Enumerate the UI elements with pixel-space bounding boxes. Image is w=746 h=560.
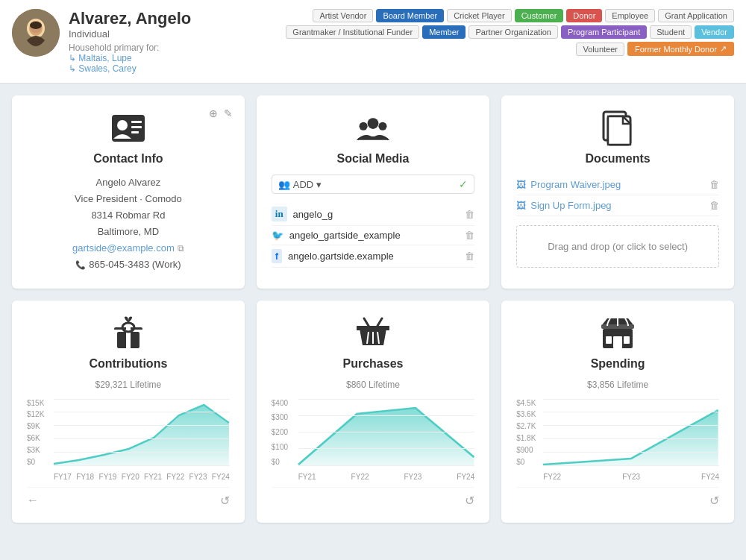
contributions-x-labels: FY17FY18FY19FY20FY21FY22FY23FY24 [54, 473, 230, 481]
tag-cricket-player[interactable]: Cricket Player [447, 9, 511, 22]
copy-icon[interactable]: ⧉ [178, 243, 184, 254]
person-type: Individual [69, 28, 277, 40]
household-member-2[interactable]: Swales, Carey [69, 63, 277, 74]
social-input-field[interactable] [327, 179, 453, 190]
tag-volunteer[interactable]: Volunteer [576, 43, 624, 56]
tag-student[interactable]: Student [650, 25, 692, 39]
household-label: Household primary for: [69, 43, 277, 53]
drop-zone[interactable]: Drag and drop (or click to select) [516, 225, 719, 268]
purchases-chart: $400 $300 $200 $100 $0 [272, 399, 474, 481]
svg-point-6 [117, 120, 128, 130]
spending-footer: ↺ [516, 487, 719, 508]
spending-chart-body [543, 399, 719, 466]
purchases-chart-body [298, 399, 474, 466]
chart-grid-lines-spending [543, 399, 719, 466]
header-section: Alvarez, Angelo Individual Household pri… [0, 0, 746, 84]
y-label: $200 [272, 428, 288, 436]
purchases-refresh-button[interactable]: ↺ [465, 494, 474, 508]
tag-donor[interactable]: Donor [566, 9, 602, 22]
social-card-title: Social Media [337, 152, 410, 166]
tag-partner-org[interactable]: Partner Organization [468, 25, 558, 39]
doc-item-1-left: 🖼 Program Waiver.jpeg [516, 179, 621, 190]
social-item-facebook-left: f angelo.gartside.example [272, 249, 394, 263]
chart-grid-lines-purchases [298, 399, 474, 466]
delete-facebook-button[interactable]: 🗑 [465, 251, 474, 262]
document-item-1: 🖼 Program Waiver.jpeg 🗑 [516, 174, 719, 195]
tag-vendor[interactable]: Vendor [695, 25, 734, 39]
contributions-chart-body [54, 399, 230, 466]
household-member-1[interactable]: Maltais, Lupe [69, 53, 277, 63]
tag-member[interactable]: Member [422, 25, 466, 39]
svg-rect-7 [131, 121, 142, 123]
documents-card: Documents 🖼 Program Waiver.jpeg 🗑 🖼 Sign… [501, 95, 734, 289]
social-item-facebook: f angelo.gartside.example 🗑 [272, 245, 474, 268]
svg-rect-20 [357, 326, 389, 330]
spending-title: Spending [591, 357, 645, 371]
doc-name-2[interactable]: Sign Up Form.jpeg [530, 200, 611, 211]
delete-twitter-button[interactable]: 🗑 [465, 230, 474, 241]
facebook-handle: angelo.gartside.example [288, 251, 394, 262]
drop-zone-label: Drag and drop (or click to select) [548, 241, 688, 252]
contributions-footer: ← ↺ [27, 487, 230, 508]
spending-refresh-button[interactable]: ↺ [709, 494, 719, 508]
tag-program-participant[interactable]: Program Participant [561, 25, 647, 39]
spending-x-labels: FY22FY23FY24 [543, 473, 719, 481]
zoom-icon[interactable]: ⊕ [209, 107, 218, 119]
social-confirm-button[interactable]: ✓ [459, 178, 468, 190]
doc-icon-1: 🖼 [516, 179, 526, 190]
contributions-title: Contributions [89, 357, 167, 371]
tag-employee[interactable]: Employee [605, 9, 655, 22]
contact-icon [110, 110, 146, 146]
social-add-button[interactable]: 👥 ADD ▾ [278, 179, 322, 190]
store-icon [600, 315, 636, 351]
add-people-icon: 👥 [278, 179, 290, 190]
social-icon [355, 110, 391, 146]
svg-rect-9 [131, 131, 139, 133]
contact-email-text[interactable]: gartside@example.com [72, 240, 175, 257]
svg-rect-8 [131, 126, 142, 128]
delete-doc-1-button[interactable]: 🗑 [709, 179, 719, 190]
y-label: $15K [27, 399, 44, 407]
tags-row-2: Grantmaker / Institutional Funder Member… [286, 25, 734, 39]
gift-icon [110, 315, 146, 351]
spending-card-header: Spending [516, 315, 719, 371]
y-label: $4.5K [516, 399, 536, 407]
tag-grant-application[interactable]: Grant Application [658, 9, 734, 22]
doc-name-1[interactable]: Program Waiver.jpeg [530, 179, 621, 190]
linkedin-handle: angelo_g [293, 209, 333, 220]
purchases-subtitle: $860 Lifetime [272, 380, 474, 390]
tag-board-member[interactable]: Board Member [376, 9, 444, 22]
edit-icon[interactable]: ✎ [224, 107, 233, 119]
svg-line-21 [364, 318, 369, 326]
contributions-back-button[interactable]: ← [27, 494, 39, 507]
contributions-card: Contributions $29,321 Lifetime $15K $12K… [12, 301, 245, 523]
contact-info-body: Angelo Alvarez Vice President · Comodo 8… [27, 174, 230, 274]
contact-phone-text: 865-045-3483 (Work) [89, 257, 181, 273]
contributions-refresh-button[interactable]: ↺ [220, 494, 230, 508]
purchases-x-labels: FY21FY22FY23FY24 [298, 473, 474, 481]
contributions-card-header: Contributions [27, 315, 230, 371]
contributions-subtitle: $29,321 Lifetime [27, 380, 230, 390]
y-label: $1.8K [516, 434, 536, 442]
social-card-header: Social Media [272, 110, 474, 166]
purchases-y-labels: $400 $300 $200 $100 $0 [272, 399, 288, 466]
tag-customer[interactable]: Customer [515, 9, 564, 22]
svg-rect-28 [613, 336, 622, 348]
social-item-twitter: 🐦 angelo_gartside_example 🗑 [272, 226, 474, 245]
svg-line-22 [377, 318, 382, 326]
spending-y-labels: $4.5K $3.6K $2.7K $1.8K $900 $0 [516, 399, 536, 466]
tag-artist-vendor[interactable]: Artist Vendor [313, 9, 373, 22]
spending-subtitle: $3,856 Lifetime [516, 380, 719, 390]
former-donor-button[interactable]: Former Monthly Donor ↗ [627, 42, 734, 56]
y-label: $900 [516, 446, 536, 454]
delete-doc-2-button[interactable]: 🗑 [709, 200, 719, 211]
purchases-card: Purchases $860 Lifetime $400 $300 $200 $… [257, 301, 489, 523]
documents-list: 🖼 Program Waiver.jpeg 🗑 🖼 Sign Up Form.j… [516, 174, 719, 216]
delete-linkedin-button[interactable]: 🗑 [465, 209, 474, 220]
person-info: Alvarez, Angelo Individual Household pri… [69, 9, 277, 74]
tag-grantmaker[interactable]: Grantmaker / Institutional Funder [286, 25, 419, 39]
tags-area: Artist Vendor Board Member Cricket Playe… [286, 9, 734, 56]
y-label: $100 [272, 443, 288, 451]
y-label: $12K [27, 410, 44, 418]
contributions-chart: $15K $12K $9K $6K $3K $0 [27, 399, 230, 481]
